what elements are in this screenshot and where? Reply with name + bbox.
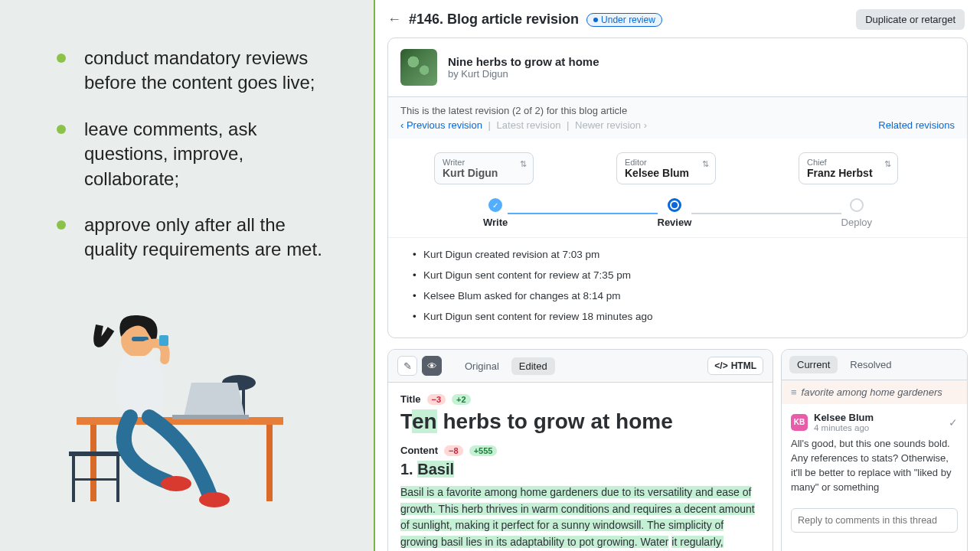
duplicate-button[interactable]: Duplicate or retarget (856, 9, 965, 30)
bullet-1: conduct mandatory reviews before the con… (54, 46, 343, 96)
step-write-dot: ✓ (488, 198, 502, 212)
step-review-label: Review (658, 217, 692, 228)
feature-bullets: conduct mandatory reviews before the con… (54, 46, 343, 262)
avatar: KB (791, 414, 808, 431)
code-icon: </> (714, 360, 727, 371)
revision-summary: This is the latest revision (2 of 2) for… (400, 105, 955, 116)
title-additions-badge: +2 (452, 394, 471, 405)
title-deletions-badge: −3 (427, 394, 446, 405)
comment-item: KB Kelsee Blum 4 minutes ago ✓ All's goo… (782, 404, 967, 502)
page-header: ← #146. Blog article revision Under revi… (375, 0, 980, 37)
activity-item: Kurt Digun created revision at 7:03 pm (413, 244, 955, 265)
section-heading: 1. Basil (400, 461, 760, 478)
comment-author: Kelsee Blum (814, 412, 874, 423)
article-thumbnail (400, 49, 437, 86)
activity-item: Kelsee Blum asked for changes at 8:14 pm (413, 285, 955, 306)
tab-resolved-comments[interactable]: Resolved (842, 356, 899, 373)
role-writer[interactable]: Writer Kurt Digun ⇅ (434, 152, 534, 184)
activity-log: Kurt Digun created revision at 7:03 pm K… (388, 237, 967, 337)
resolve-check-icon[interactable]: ✓ (949, 416, 958, 429)
sort-icon: ⇅ (702, 159, 709, 169)
svg-rect-2 (266, 425, 273, 501)
svg-point-14 (161, 476, 191, 491)
role-row: Writer Kurt Digun ⇅ Editor Kelsee Blum ⇅… (388, 139, 967, 191)
related-revisions-link[interactable]: Related revisions (878, 119, 955, 131)
svg-rect-13 (159, 335, 168, 346)
illustration (54, 283, 299, 513)
svg-rect-8 (72, 456, 75, 502)
activity-item: Kurt Digun sent content for review at 7:… (413, 265, 955, 285)
reply-input[interactable] (791, 508, 958, 533)
latest-revision-link: Latest revision (497, 119, 561, 131)
step-deploy-label: Deploy (841, 217, 872, 228)
svg-rect-7 (69, 452, 122, 456)
revision-card: Nine herbs to grow at home by Kurt Digun… (387, 37, 968, 338)
role-editor[interactable]: Editor Kelsee Blum ⇅ (616, 152, 716, 184)
bullet-3: approve only after all the quality requi… (54, 213, 343, 262)
svg-point-15 (199, 492, 230, 507)
step-deploy-dot (850, 198, 864, 212)
role-chief[interactable]: Chief Franz Herbst ⇅ (799, 152, 898, 184)
progress-bar: ✓ Write Review Deploy (388, 191, 967, 237)
step-write-label: Write (483, 217, 508, 228)
svg-rect-6 (172, 415, 249, 419)
html-button[interactable]: </>HTML (707, 357, 763, 375)
bullet-2: leave comments, ask questions, improve, … (54, 117, 343, 191)
prev-revision-link[interactable]: ‹ Previous revision (400, 119, 482, 131)
paragraph: Basil is a favorite among home gardeners… (400, 484, 760, 551)
page-title: #146. Blog article revision (409, 11, 579, 28)
tab-edited[interactable]: Edited (511, 357, 555, 375)
marketing-pane: conduct mandatory reviews before the con… (0, 0, 375, 551)
article-title: Nine herbs to grow at home (448, 55, 599, 68)
content-additions-badge: +555 (469, 445, 498, 456)
comment-text: All's good, but this one sounds bold. An… (791, 437, 958, 494)
content-deletions-badge: −8 (444, 445, 463, 456)
svg-marker-5 (184, 383, 245, 417)
quote-icon: ≡ (791, 386, 797, 398)
doc-title: Ten herbs to grow at home (400, 409, 760, 434)
step-review-dot (668, 198, 681, 212)
next-revision-link: Newer revision › (575, 119, 647, 131)
svg-rect-1 (90, 425, 96, 501)
edit-icon[interactable]: ✎ (397, 356, 417, 376)
article-byline: by Kurt Digun (448, 68, 599, 80)
tab-original[interactable]: Original (457, 357, 507, 375)
tab-current-comments[interactable]: Current (789, 356, 838, 373)
preview-icon[interactable]: 👁 (422, 356, 442, 376)
svg-rect-9 (116, 456, 119, 502)
comment-quote: ≡ favorite among home gardeners (782, 380, 967, 404)
main-pane: ← #146. Blog article revision Under revi… (375, 0, 980, 551)
editor-panel: ✎ 👁 Original Edited </>HTML Title −3 +2 … (387, 349, 773, 551)
field-content-label: Content (400, 445, 438, 456)
comment-time: 4 minutes ago (814, 423, 874, 432)
svg-rect-10 (75, 478, 116, 481)
back-arrow-icon[interactable]: ← (387, 11, 401, 28)
sort-icon: ⇅ (520, 159, 527, 169)
sort-icon: ⇅ (884, 159, 891, 169)
comments-panel: Current Resolved ≡ favorite among home g… (781, 349, 968, 551)
field-title-label: Title (400, 393, 421, 405)
status-badge: Under review (586, 13, 662, 27)
activity-item: Kurt Digun sent content for review 18 mi… (413, 306, 955, 327)
